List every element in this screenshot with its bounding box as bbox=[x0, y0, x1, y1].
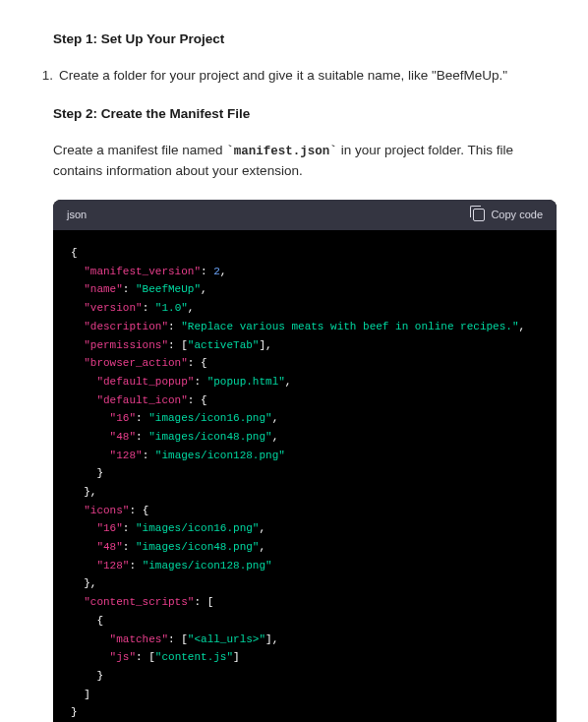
code-body[interactable]: { "manifest_version": 2, "name": "BeefMe… bbox=[53, 230, 557, 722]
list-number: 1. bbox=[31, 66, 53, 87]
clipboard-icon bbox=[473, 209, 485, 221]
step1-title: Step 1: Set Up Your Project bbox=[53, 30, 557, 50]
inline-code-manifest: `manifest.json` bbox=[226, 145, 337, 158]
copy-code-button[interactable]: Copy code bbox=[473, 207, 543, 223]
para-pre: Create a manifest file named bbox=[53, 143, 226, 157]
list-text: Create a folder for your project and giv… bbox=[59, 66, 507, 87]
copy-code-label: Copy code bbox=[491, 207, 543, 223]
step1-list-item: 1. Create a folder for your project and … bbox=[31, 66, 557, 87]
code-header: json Copy code bbox=[53, 200, 557, 230]
code-lang-label: json bbox=[67, 207, 87, 223]
step2-title: Step 2: Create the Manifest File bbox=[53, 104, 557, 125]
code-block: json Copy code { "manifest_version": 2, … bbox=[53, 200, 557, 722]
step2-paragraph: Create a manifest file named `manifest.j… bbox=[53, 141, 545, 182]
